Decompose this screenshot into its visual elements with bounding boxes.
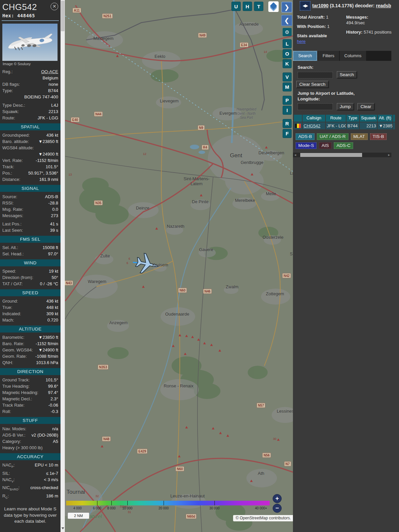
- map-place-label: Waregem: [88, 279, 106, 284]
- data-value: ▼23850 ft: [26, 334, 58, 340]
- scroll-right-arrow[interactable]: ►: [387, 153, 391, 157]
- column-header[interactable]: Route: [326, 115, 346, 122]
- map-peak-triangle-icon: [212, 427, 214, 430]
- section-header: SPATIAL: [0, 123, 61, 130]
- badge-adsb[interactable]: ADS-B: [296, 133, 315, 140]
- data-value: 39 s: [24, 227, 58, 233]
- history-forward-button[interactable]: ❯: [281, 2, 292, 13]
- legend-tick: [127, 501, 128, 505]
- badge-mlat[interactable]: MLAT: [351, 133, 368, 140]
- layer-switcher-button[interactable]: [268, 1, 279, 12]
- map-canvas[interactable]: AssenedeMaldegemEekloLievegemEvergemHave…: [65, 0, 293, 532]
- section-header: SIGNAL: [0, 185, 61, 192]
- map-button-u[interactable]: U: [231, 2, 241, 11]
- clear-search-button[interactable]: Clear Search: [296, 81, 329, 88]
- aircraft-photo[interactable]: [2, 24, 58, 61]
- divider: [2, 20, 59, 21]
- road-number-badge: N60: [176, 466, 184, 471]
- map-button-v[interactable]: V: [283, 72, 292, 81]
- data-label: Nav. Modes:: [2, 426, 26, 432]
- sidebar-scrollbar-thumb[interactable]: [61, 1, 65, 31]
- map-button-l[interactable]: L: [283, 39, 292, 48]
- column-header[interactable]: [393, 115, 395, 122]
- source-type-badges: ADS-BUAT / ADS-RMLATTIS-BMode-SAISADS-C: [293, 130, 399, 151]
- badge-uat[interactable]: UAT / ADS-R: [317, 133, 348, 140]
- table-horizontal-scrollbar[interactable]: ◄ ►: [293, 153, 391, 157]
- sidebar-scrollbar-down-arrow[interactable]: [62, 527, 64, 529]
- clear-jump-button[interactable]: Clear: [357, 103, 374, 110]
- data-value: 97.0°: [25, 251, 58, 257]
- road-number-badge: E40: [71, 117, 79, 122]
- mode-s-hint-text: Learn more about Mode S data type by hov…: [2, 506, 58, 524]
- map-button-p[interactable]: P: [283, 96, 292, 105]
- map-button-i[interactable]: I: [283, 106, 292, 115]
- column-header[interactable]: Squawk: [360, 115, 377, 122]
- stats-here-link[interactable]: here: [297, 39, 306, 44]
- tab-columns[interactable]: Columns: [340, 51, 366, 61]
- column-header[interactable]: Callsign: [303, 115, 325, 122]
- close-icon[interactable]: ✕: [51, 3, 58, 10]
- scrollbar-thumb[interactable]: [300, 153, 362, 157]
- column-header[interactable]: Type: [346, 115, 359, 122]
- history-arrows-button[interactable]: ◀▶: [300, 1, 311, 11]
- data-value: ▼24900 ft: [34, 347, 58, 353]
- section-header: ALTITUDE: [0, 326, 61, 332]
- table-cell: ▼23850: [378, 122, 392, 129]
- map-peak-triangle-icon: [116, 55, 119, 57]
- map-button-f[interactable]: F: [283, 129, 292, 138]
- table-row[interactable]: CHG542JFK - LGGB7442213▼23850: [294, 122, 399, 129]
- tar1090-link[interactable]: tar1090: [312, 3, 329, 8]
- badge-ais[interactable]: AIS: [319, 142, 332, 149]
- data-value: cross-checked: [21, 484, 58, 493]
- scroll-left-arrow[interactable]: ◄: [293, 153, 298, 157]
- photo-credit: Image © Souluxy: [3, 62, 58, 66]
- map-button-r[interactable]: R: [283, 119, 292, 128]
- map-peak-triangle-icon: [142, 286, 145, 288]
- badge-modes[interactable]: Mode-S: [296, 142, 317, 149]
- settings-button[interactable]: ⚙: [283, 28, 292, 36]
- registration-link[interactable]: OO-ACE: [14, 68, 58, 75]
- search-input[interactable]: [298, 72, 333, 78]
- data-label: Speed:: [2, 268, 16, 274]
- column-header[interactable]: [294, 115, 302, 122]
- search-button[interactable]: Search: [337, 71, 357, 78]
- road-number-badge: N9: [198, 125, 205, 130]
- map-button-t[interactable]: T: [254, 2, 263, 11]
- map-peak-triangle-icon: [210, 344, 213, 346]
- zoom-out-button[interactable]: −: [273, 504, 282, 513]
- data-value: [44, 445, 58, 451]
- data-value: [35, 145, 58, 151]
- badge-tisb[interactable]: TIS-B: [370, 133, 387, 140]
- right-panel: ◀▶ tar1090 (3.14.1776) decoder: readsb T…: [293, 0, 399, 532]
- badge-adsc[interactable]: ADS-C: [334, 142, 353, 149]
- column-header[interactable]: Alt. (ft): [378, 115, 392, 122]
- data-value: L4J: [27, 102, 58, 108]
- jump-button[interactable]: Jump: [337, 103, 354, 110]
- data-value: ≤ 1e-7: [11, 470, 58, 476]
- map-button-o[interactable]: O: [283, 49, 292, 58]
- history-back-button[interactable]: ❮: [281, 15, 292, 26]
- map-button-m[interactable]: M: [283, 82, 292, 91]
- callsign-link[interactable]: CHG542: [303, 122, 325, 129]
- jump-input[interactable]: [298, 103, 333, 110]
- data-value: EPU < 10 m: [16, 462, 58, 470]
- zoom-in-button[interactable]: +: [273, 494, 282, 503]
- data-label: Baro. Rate:: [2, 340, 24, 347]
- map-button-h[interactable]: H: [243, 2, 252, 11]
- road-number-badge: N46: [203, 289, 212, 294]
- road-number-badge: N42: [282, 273, 291, 278]
- data-value: -0.3: [12, 408, 58, 415]
- sidebar-scrollbar[interactable]: [61, 0, 65, 532]
- data-row: NICBARO:cross-checked: [2, 484, 58, 493]
- data-value: 19 kt: [17, 268, 58, 274]
- data-label: RC:: [2, 493, 9, 501]
- map-peak-triangle-icon: [179, 334, 181, 336]
- readsb-link[interactable]: readsb: [376, 3, 391, 8]
- map-button-k[interactable]: K: [283, 59, 292, 68]
- data-row: Geom. Rate:-1088 ft/min: [2, 353, 58, 359]
- tab-filters[interactable]: Filters: [318, 51, 339, 61]
- data-value: 186 m: [10, 493, 58, 501]
- data-label: Barometric:: [2, 334, 24, 340]
- tab-search[interactable]: Search: [293, 51, 317, 61]
- osm-attribution[interactable]: © OpenStreetMap contributors.: [233, 515, 293, 521]
